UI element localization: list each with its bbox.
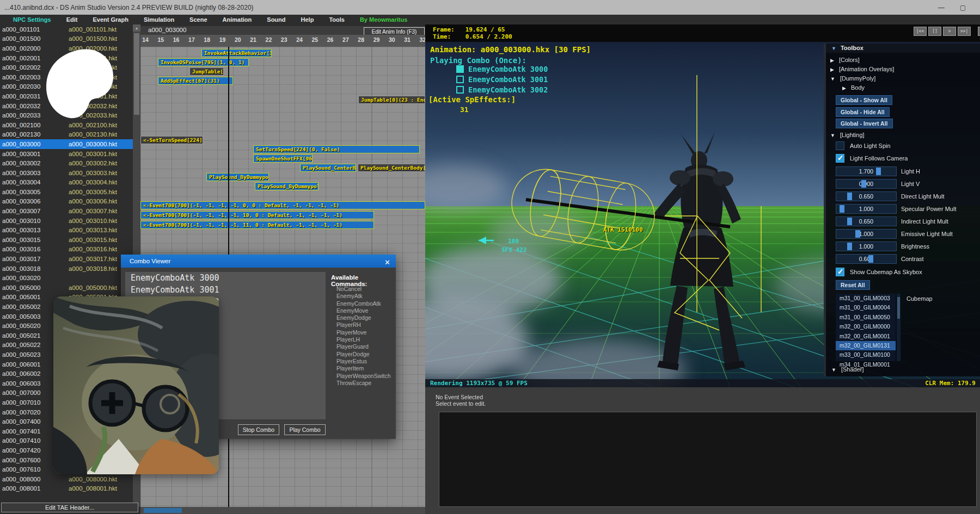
cubemap-list[interactable]: m31_00_GILM0003m31_00_GILM0004m31_00_GIL… bbox=[836, 294, 896, 361]
scrollbar-thumb[interactable] bbox=[897, 297, 900, 319]
light-slider[interactable]: 0.000 bbox=[836, 179, 897, 189]
anim-row[interactable]: a000_003000a000_003000.hkt bbox=[0, 139, 133, 149]
timeline-event-bar[interactable]: PlaySound_ByDummypoly[191] bbox=[255, 182, 318, 190]
combo-check-row[interactable]: EnemyComboAtk 3002 bbox=[456, 85, 548, 94]
playback-button[interactable]: [] bbox=[928, 27, 941, 36]
global-dummypoly-button[interactable]: Global - Hide All bbox=[836, 107, 890, 117]
minimize-icon[interactable]: — bbox=[938, 4, 945, 11]
playback-button[interactable]: |<< bbox=[914, 27, 927, 36]
slider-handle[interactable] bbox=[868, 255, 873, 263]
light-slider[interactable]: 1.700 bbox=[836, 166, 897, 176]
chevron-right-icon[interactable]: ▶ bbox=[830, 67, 834, 72]
playback-button[interactable]: >>| bbox=[958, 27, 971, 36]
light-slider[interactable]: 1.000 bbox=[836, 241, 897, 251]
light-slider[interactable]: 0.650 bbox=[836, 191, 897, 201]
cubemap-item[interactable]: m31_00_GILM0050 bbox=[836, 313, 896, 322]
cubemap-item[interactable]: m32_00_GILM0131 bbox=[836, 341, 896, 350]
chevron-down-icon[interactable]: ▼ bbox=[830, 76, 835, 82]
menu-item-animation[interactable]: Animation bbox=[215, 16, 260, 23]
menu-item-sound[interactable]: Sound bbox=[259, 16, 293, 23]
light-slider[interactable]: 1.000 bbox=[836, 204, 897, 214]
anim-row[interactable]: a000_002100a000_002100.hkt bbox=[0, 120, 133, 130]
unchecked-checkbox-icon[interactable] bbox=[456, 86, 464, 94]
chevron-right-icon[interactable]: ▶ bbox=[830, 58, 834, 63]
menu-item-event-graph[interactable]: Event Graph bbox=[85, 16, 136, 23]
timeline-event-bar[interactable]: PlaySound_ByDummypoly[191] bbox=[206, 173, 269, 181]
toolbox-scrollbar[interactable] bbox=[824, 44, 826, 376]
close-icon[interactable]: ✕ bbox=[384, 256, 390, 269]
menu-item-help[interactable]: Help bbox=[293, 16, 322, 23]
menu-item-simulation[interactable]: Simulation bbox=[136, 16, 182, 23]
checked-checkbox-icon[interactable] bbox=[836, 268, 844, 276]
timeline-event-bar[interactable]: <-SetTurnSpeed[224](20 bbox=[140, 136, 203, 144]
timeline-event-bar[interactable]: SpawnOneShotFFX[96] bbox=[253, 154, 313, 163]
anim-row[interactable]: a000_003010a000_003010.hkt bbox=[0, 216, 133, 226]
menu-item-npc-settings[interactable]: NPC Settings bbox=[5, 16, 59, 23]
light-slider[interactable]: 0.600 bbox=[836, 254, 897, 264]
scrollbar-thumb[interactable] bbox=[134, 33, 139, 115]
slider-handle[interactable] bbox=[876, 168, 881, 175]
anim-row[interactable]: a000_008000a000_008000.hkt bbox=[0, 474, 133, 484]
anim-row[interactable]: a000_003017a000_003017.hkt bbox=[0, 254, 133, 264]
cubemap-item[interactable]: m32_00_GILM0001 bbox=[836, 332, 896, 341]
cubemap-scrollbar[interactable] bbox=[897, 294, 901, 361]
anim-row[interactable]: a000_003016a000_003016.hkt bbox=[0, 245, 133, 255]
scrollbar-thumb[interactable] bbox=[144, 508, 182, 513]
timeline-event-bar[interactable]: InvokeAttackBehavior[1] bbox=[201, 49, 272, 57]
menu-item-scene[interactable]: Scene bbox=[182, 16, 215, 23]
timeline-event-bar[interactable]: JumpTable[0](23 : End If bbox=[358, 96, 425, 104]
maximize-icon[interactable]: ▢ bbox=[960, 4, 966, 11]
shader-section-header[interactable]: ▼[Shader] bbox=[831, 366, 864, 373]
anim-row[interactable]: a000_001500a000_001500.hkt bbox=[0, 34, 133, 44]
slider-handle[interactable] bbox=[840, 205, 844, 213]
timeline-event-bar[interactable]: <-Event700[700](-1, -1, -1, -1, 10, 0 : … bbox=[140, 211, 374, 219]
anim-row[interactable]: a000_003004a000_003004.hkt bbox=[0, 178, 133, 188]
anim-row[interactable]: a000_003007a000_003007.hkt bbox=[0, 206, 133, 216]
scroll-up-icon[interactable]: ▲ bbox=[133, 24, 140, 32]
timeline-event-bar[interactable]: <-Event700[700](-1, -1, -1, -1, 11, 0 : … bbox=[140, 221, 374, 229]
toolbox-checkbox-row[interactable]: Light Follows Camera bbox=[836, 154, 908, 163]
timeline-frame-ruler[interactable]: 14151617181920212223242526272829303132 bbox=[140, 35, 425, 47]
timeline-event-bar[interactable]: AddSpEffect[67](31) bbox=[158, 77, 233, 85]
checked-checkbox-icon[interactable] bbox=[836, 154, 844, 163]
slider-handle[interactable] bbox=[847, 218, 852, 225]
toolbox-tree-item[interactable]: ▶[Colors] bbox=[830, 55, 860, 64]
combo-list-item[interactable]: EnemyComboAtk 3000 bbox=[125, 272, 326, 284]
play-combo-button[interactable]: Play Combo bbox=[284, 424, 326, 435]
anim-row[interactable]: a000_002130a000_002130.hkt bbox=[0, 130, 133, 140]
inspector-panel[interactable] bbox=[439, 412, 977, 507]
slider-handle[interactable] bbox=[847, 193, 852, 200]
toolbox-tree-item[interactable]: ▶[Animation Overlays] bbox=[830, 65, 894, 73]
dialog-title-bar[interactable]: Combo Viewer ✕ bbox=[121, 255, 396, 268]
timeline-event-bar[interactable]: InvokeDSPoise[795](1, 0, 1) bbox=[158, 58, 249, 66]
toolbox-checkbox-row[interactable]: Show Cubemap As Skybox bbox=[836, 268, 922, 276]
timeline-event-bar[interactable]: <-Event700[700](-1, -1, -1, -1, 0, 0 : D… bbox=[140, 201, 425, 209]
light-slider[interactable]: 0.650 bbox=[836, 216, 897, 226]
global-dummypoly-button[interactable]: Global - Invert All bbox=[836, 119, 893, 128]
anim-row[interactable]: a000_003006a000_003006.hkt bbox=[0, 197, 133, 207]
timeline-event-bar[interactable]: SetTurnSpeed[224](0, False) bbox=[253, 145, 420, 153]
slider-handle[interactable] bbox=[855, 230, 860, 238]
anim-row[interactable]: a000_003001a000_003001.hkt bbox=[0, 149, 133, 159]
anim-row[interactable]: a000_003018a000_003018.hkt bbox=[0, 264, 133, 274]
combo-check-row[interactable]: EnemyComboAtk 3000 bbox=[456, 65, 548, 73]
unchecked-checkbox-icon[interactable] bbox=[836, 141, 844, 150]
cubemap-item[interactable]: m32_00_GILM0000 bbox=[836, 322, 896, 331]
cubemap-item[interactable]: m31_00_GILM0003 bbox=[836, 294, 896, 303]
toolbox-header[interactable]: ▼Toolbox bbox=[826, 44, 980, 53]
global-dummypoly-button[interactable]: Global - Show All bbox=[836, 95, 892, 105]
anim-row[interactable]: a000_001101a000_001101.hkt bbox=[0, 24, 133, 34]
slider-handle[interactable] bbox=[861, 180, 866, 188]
playback-button[interactable]: <| bbox=[978, 27, 980, 36]
anim-row[interactable]: a000_005000a000_005000.hkt bbox=[0, 283, 133, 293]
menu-item-by-meowmaritus[interactable]: By Meowmaritus bbox=[352, 16, 415, 23]
toolbox-tree-item[interactable]: ▼[DummyPoly] bbox=[830, 74, 875, 83]
toolbox-checkbox-row[interactable]: Auto Light Spin bbox=[836, 141, 891, 150]
combo-check-row[interactable]: EnemyComboAtk 3001 bbox=[456, 75, 548, 84]
menu-item-tools[interactable]: Tools bbox=[321, 16, 352, 23]
anim-row[interactable]: a000_003015a000_003015.hkt bbox=[0, 235, 133, 245]
cubemap-item[interactable]: m31_00_GILM0004 bbox=[836, 303, 896, 312]
stop-combo-button[interactable]: Stop Combo bbox=[238, 424, 279, 435]
playback-button[interactable]: > bbox=[943, 27, 956, 36]
edit-tae-header-button[interactable]: Edit TAE Header... bbox=[1, 503, 138, 512]
